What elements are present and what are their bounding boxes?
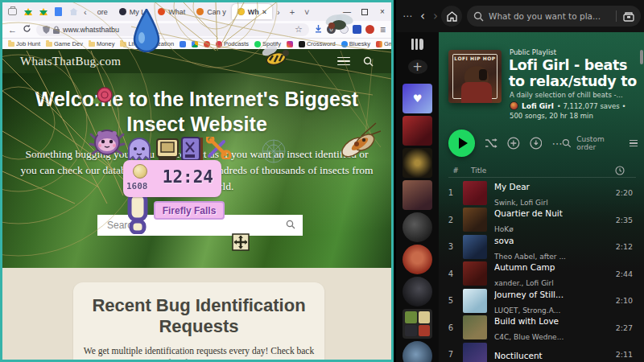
bookmark-gmail[interactable]: Gmail [376,40,391,47]
track-duration: 2:35 [616,216,633,224]
firefox-view-icon[interactable] [7,6,18,17]
playlist-title-line2[interactable]: to relax/study to [509,73,637,89]
search-icon [473,11,484,22]
bookmark-folder-job-hunt[interactable]: Job Hunt [8,40,40,47]
new-tab-button[interactable]: + [285,7,299,17]
spotify-menu-icon[interactable]: ⋯ [402,10,412,22]
pinned-tab-drive-icon[interactable] [23,6,33,17]
track-title[interactable]: Journey of Still... [494,290,564,299]
track-title[interactable]: Noctilucent [494,351,543,360]
site-menu-icon[interactable] [337,57,350,66]
bookmark-star-icon[interactable]: ☆ [295,24,303,35]
refresh-icon[interactable] [23,24,31,35]
track-artists[interactable]: C4C, Blue Wedne... [494,333,564,341]
list-view-icon[interactable] [630,140,638,147]
playlist-cover-art[interactable]: LOFI HIP HOP [448,50,502,103]
pinned-tab-docs-icon[interactable] [53,6,64,17]
library-album-thumb[interactable] [402,148,432,178]
playlist-title-line1[interactable]: Lofi Girl - beats [509,57,627,73]
library-artist-thumb[interactable] [402,212,432,242]
bookmark-crossword[interactable]: Crossword [299,40,336,47]
app-menu-icon[interactable]: ≡ [380,24,386,35]
bookmark-folder-money[interactable]: Money [89,40,115,47]
pinned-tab-drive2-icon[interactable] [38,6,48,17]
search-placeholder: What do you want to pla... [489,11,601,21]
bookmark-sheets-icon[interactable] [180,41,186,47]
sort-order-label[interactable]: Custom order [576,135,625,151]
folder-icon [89,42,95,47]
library-artist-thumb[interactable] [402,245,432,274]
bookmark-drive-icon[interactable] [192,41,198,47]
library-artist-thumb[interactable] [402,341,432,362]
scrollbar-thumb[interactable] [640,50,643,64]
library-folder-thumb[interactable] [402,309,432,339]
lock-icon [53,26,60,34]
track-art [463,235,487,259]
track-row[interactable]: 4 Autumn Campxander., Lofi Girl 2:44 [439,261,644,288]
search-in-playlist-icon[interactable] [562,138,572,148]
library-album-thumb[interactable] [402,116,432,146]
liked-songs-tile[interactable]: ♥ [402,84,432,113]
bookmark-m-icon[interactable] [204,41,210,47]
track-title[interactable]: My Dear [494,182,530,191]
tab-can-y[interactable]: Can y [191,4,232,19]
nav-forward-icon[interactable]: › [433,9,438,23]
play-button[interactable] [448,130,475,157]
site-logo[interactable]: WhatsThatBug.com [20,55,121,68]
track-title[interactable]: Build with Love [494,316,559,326]
home-button[interactable] [441,6,462,27]
folder-icon [120,42,126,47]
tab-close-icon[interactable]: × [262,8,266,16]
track-duration: 2:44 [616,269,633,278]
downloads-icon[interactable] [314,24,323,35]
gmail-icon [376,41,382,47]
bookmark-podcasts[interactable]: Podcasts [216,40,249,47]
track-title[interactable]: Quartier de Nuit [494,208,563,218]
window-close-button[interactable]: × [374,7,391,16]
download-icon[interactable] [530,137,543,150]
shield-icon [43,26,50,34]
shuffle-icon[interactable] [485,138,497,149]
playlist-stats: 500 songs, 20 hr 18 min [510,112,593,120]
list-tabs-caret[interactable]: ˅ [299,7,314,17]
track-row[interactable]: 2 Quartier de NuitHoKø 2:35 [439,207,644,234]
spotify-search-bar[interactable]: What do you want to pla... [467,6,641,27]
track-row[interactable]: 1 My DearSwink, Lofi Girl 2:20 [439,179,644,207]
site-search-icon[interactable] [363,56,374,67]
column-title[interactable]: Title [471,167,486,175]
library-artist-thumb[interactable] [402,180,432,210]
library-artist-thumb[interactable] [402,277,432,306]
address-bar[interactable]: www.whatsthatbu ☆ [36,23,309,36]
tab-partial[interactable]: ore [92,4,114,19]
duration-clock-icon[interactable] [615,166,625,175]
water-drop-sticker [133,9,160,56]
back-icon[interactable]: ← [8,25,17,35]
track-row[interactable]: 6 Build with LoveC4C, Blue Wedne... 2:27 [439,315,644,342]
browse-icon[interactable] [623,11,634,22]
create-playlist-button[interactable]: + [408,60,427,74]
owner-avatar[interactable] [510,101,518,110]
bookmark-folder-game-dev[interactable]: Game Dev [46,40,83,47]
divider [616,10,617,22]
search-submit-icon[interactable] [286,220,295,229]
maximize-button[interactable] [356,9,374,15]
track-row[interactable]: 7 Noctilucent 2:11 [439,341,644,362]
tab-scroll-left[interactable]: ‹ [79,7,92,17]
adblock-icon[interactable] [365,25,374,34]
crossword-icon [299,41,305,47]
track-title[interactable]: Autumn Camp [494,262,555,272]
track-row[interactable]: 5 Journey of Still...LUQET, Strong.A... … [439,287,644,315]
more-options-icon[interactable]: ⋯ [551,138,562,150]
tab-whatsthatbug-active[interactable]: Wh × [232,4,272,19]
tab-scroll-right[interactable]: › [272,7,285,17]
bookmark-bluesky[interactable]: Bluesky [341,40,370,47]
add-to-library-icon[interactable] [507,137,520,150]
pinned-tab-home-icon[interactable] [68,6,79,17]
clock-time: 12:24 [163,167,213,187]
home-icon [447,11,457,22]
track-title[interactable]: sova [494,236,514,245]
your-library-icon[interactable] [411,39,423,50]
owner-name[interactable]: Lofi Girl [522,102,554,110]
nav-back-icon[interactable]: ‹ [420,9,425,23]
track-row[interactable]: 3 sovaTheo Aabel, after ... 2:12 [439,233,644,261]
